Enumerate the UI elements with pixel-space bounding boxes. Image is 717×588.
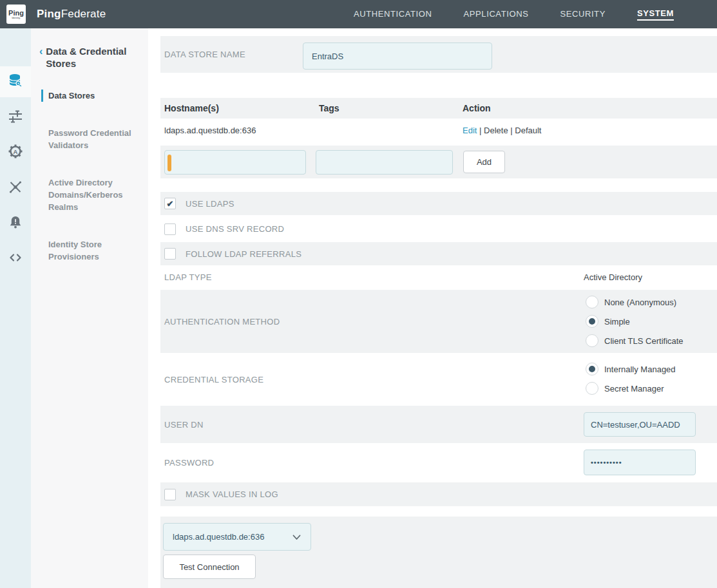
radio-icon[interactable] xyxy=(586,296,598,308)
auth-option-client-tls[interactable]: Client TLS Certificate xyxy=(586,331,684,350)
top-navigation: AUTHENTICATION APPLICATIONS SECURITY SYS… xyxy=(354,8,717,21)
user-dn-label: USER DN xyxy=(160,420,204,430)
follow-ldap-referrals-row: ✔ FOLLOW LDAP REFERRALS xyxy=(160,242,717,265)
default-link[interactable]: Default xyxy=(515,126,541,135)
sidebar-item-password-credential-validators[interactable]: Password Credential Validators xyxy=(31,127,142,151)
sidebar: ‹ Data & Credential Stores Data Stores P… xyxy=(31,28,148,588)
data-stores-icon xyxy=(8,73,23,91)
product-title: PingFederate xyxy=(37,8,106,21)
sidebar-item-identity-store-provisioners[interactable]: Identity Store Provisioners xyxy=(31,238,142,263)
storage-option-internal[interactable]: Internally Managed xyxy=(586,359,676,379)
main-content: DATA STORE NAME EntraDS Hostname(s) Tags… xyxy=(148,28,717,588)
storage-option-secret-manager[interactable]: Secret Manager xyxy=(586,379,676,398)
authentication-method-row: AUTHENTICATION METHOD None (Anonymous) S… xyxy=(160,290,717,353)
nav-system[interactable]: SYSTEM xyxy=(637,8,674,21)
nav-security[interactable]: SECURITY xyxy=(560,9,606,20)
add-button[interactable]: Add xyxy=(463,151,505,173)
nav-applications[interactable]: APPLICATIONS xyxy=(464,9,529,20)
radio-selected-icon[interactable] xyxy=(586,363,598,375)
credential-storage-row: CREDENTIAL STORAGE Internally Managed Se… xyxy=(160,353,717,406)
network-tools-icon xyxy=(8,179,23,197)
sidebar-item-ad-domains-kerberos-realms[interactable]: Active Directory Domains/Kerberos Realms xyxy=(31,176,142,213)
svg-text:A: A xyxy=(14,148,18,155)
test-connection-section: ldaps.ad.questdb.de:636 Test Connection xyxy=(160,517,717,588)
ldap-type-row: LDAP TYPE Active Directory xyxy=(160,265,717,289)
use-dns-srv-checkbox[interactable]: ✔ xyxy=(164,223,176,235)
rail-item-sliders[interactable] xyxy=(0,102,31,133)
user-dn-input[interactable]: CN=testuser,OU=AADD xyxy=(584,412,696,437)
row-actions: Edit | Delete | Default xyxy=(463,126,541,135)
hostname-select-dropdown[interactable]: ldaps.ad.questdb.de:636 xyxy=(163,523,311,551)
follow-ldap-referrals-label: FOLLOW LDAP REFERRALS xyxy=(186,249,301,259)
code-icon xyxy=(8,250,23,268)
radio-selected-icon[interactable] xyxy=(586,315,598,328)
column-tags: Tags xyxy=(319,103,339,113)
data-store-name-label: DATA STORE NAME xyxy=(160,50,245,59)
mask-values-label: MASK VALUES IN LOG xyxy=(186,489,278,499)
ldap-type-label: LDAP TYPE xyxy=(160,272,212,282)
gear-automation-icon: A xyxy=(8,144,23,162)
credential-storage-options: Internally Managed Secret Manager xyxy=(586,359,676,398)
mask-values-row: ✔ MASK VALUES IN LOG xyxy=(160,482,717,506)
add-host-row: Add xyxy=(160,146,717,178)
host-table-header: Hostname(s) Tags Action xyxy=(160,98,717,119)
auth-option-simple-label: Simple xyxy=(604,317,630,327)
auth-option-client-tls-label: Client TLS Certificate xyxy=(604,336,684,346)
column-action: Action xyxy=(463,103,491,113)
user-dn-row: USER DN CN=testuser,OU=AADD xyxy=(160,406,717,443)
use-dns-srv-row: ✔ USE DNS SRV RECORD xyxy=(160,217,717,241)
product-title-rest: Federate xyxy=(61,8,106,20)
sidebar-items: Data Stores Password Credential Validato… xyxy=(31,90,148,263)
sidebar-back-header[interactable]: ‹ Data & Credential Stores xyxy=(31,45,148,70)
data-store-name-input[interactable]: EntraDS xyxy=(303,43,492,70)
data-store-name-row: DATA STORE NAME EntraDS xyxy=(160,36,717,73)
delete-link[interactable]: Delete xyxy=(484,126,508,135)
hostname-input[interactable] xyxy=(164,150,306,175)
edit-link[interactable]: Edit xyxy=(463,126,477,135)
password-input[interactable]: •••••••••• xyxy=(584,450,696,475)
sliders-icon xyxy=(8,108,23,126)
top-bar: Ping Identity. PingFederate AUTHENTICATI… xyxy=(0,0,717,28)
password-row: PASSWORD •••••••••• xyxy=(160,446,717,479)
ldap-type-value: Active Directory xyxy=(584,272,642,282)
chevron-down-icon xyxy=(292,531,301,543)
rail-item-network[interactable] xyxy=(0,173,31,204)
mask-values-checkbox[interactable]: ✔ xyxy=(164,489,176,500)
rail-item-gear[interactable]: A xyxy=(0,137,31,168)
alert-bell-icon xyxy=(8,214,23,232)
use-dns-srv-label: USE DNS SRV RECORD xyxy=(186,224,284,234)
use-ldaps-row: ✔ USE LDAPS xyxy=(160,192,717,215)
auth-option-simple[interactable]: Simple xyxy=(586,312,684,331)
action-separator: | xyxy=(510,126,512,135)
storage-option-secret-manager-label: Secret Manager xyxy=(604,384,664,394)
follow-ldap-referrals-checkbox[interactable]: ✔ xyxy=(164,248,176,260)
sidebar-item-data-stores[interactable]: Data Stores xyxy=(31,90,142,102)
host-table-row: ldaps.ad.questdb.de:636 Edit | Delete | … xyxy=(160,119,717,142)
rail-item-data-stores[interactable] xyxy=(0,66,31,97)
tags-input[interactable] xyxy=(316,150,453,175)
action-separator: | xyxy=(479,126,481,135)
rail-item-code[interactable] xyxy=(0,243,31,274)
auth-option-none[interactable]: None (Anonymous) xyxy=(586,292,684,312)
test-connection-button[interactable]: Test Connection xyxy=(163,555,256,579)
ping-logo-text: Ping xyxy=(8,10,24,17)
ping-logo[interactable]: Ping Identity. xyxy=(6,5,26,24)
password-label: PASSWORD xyxy=(160,458,214,468)
authentication-method-options: None (Anonymous) Simple Client TLS Certi… xyxy=(586,292,684,350)
nav-authentication[interactable]: AUTHENTICATION xyxy=(354,9,432,20)
rail-item-alerts[interactable] xyxy=(0,208,31,239)
radio-icon[interactable] xyxy=(586,382,598,395)
storage-option-internal-label: Internally Managed xyxy=(604,365,676,374)
credential-storage-label: CREDENTIAL STORAGE xyxy=(160,375,263,384)
radio-icon[interactable] xyxy=(586,334,598,347)
use-ldaps-checkbox[interactable]: ✔ xyxy=(164,198,176,209)
checkmark-icon: ✔ xyxy=(167,200,174,208)
product-title-bold: Ping xyxy=(37,8,61,20)
sidebar-title: Data & Credential Stores xyxy=(46,45,132,70)
use-ldaps-label: USE LDAPS xyxy=(186,199,234,209)
hostname-value: ldaps.ad.questdb.de:636 xyxy=(160,126,256,135)
chevron-left-icon: ‹ xyxy=(39,45,43,70)
icon-rail: A xyxy=(0,28,31,588)
auth-option-none-label: None (Anonymous) xyxy=(604,298,676,307)
authentication-method-label: AUTHENTICATION METHOD xyxy=(160,317,280,327)
